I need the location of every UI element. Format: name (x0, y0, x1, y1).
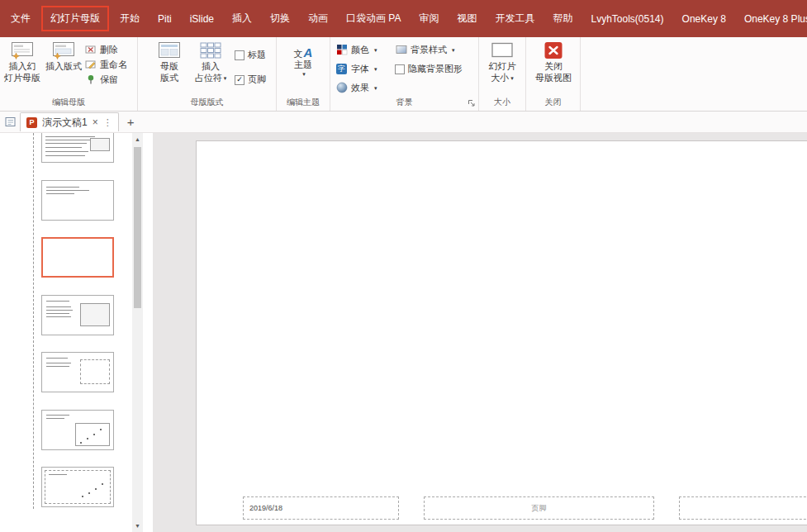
sketch-line (45, 147, 82, 148)
background-styles-icon (395, 44, 407, 55)
group-label-edit-theme: 编辑主题 (277, 97, 330, 108)
sketch-line (45, 143, 87, 144)
ribbon: 插入幻 灯片母版 插入版式 删除 (0, 37, 807, 112)
preserve-pin-icon (84, 74, 97, 85)
preserve-button[interactable]: 保留 (84, 73, 118, 86)
title-checkbox[interactable] (235, 50, 244, 60)
dropdown-arrow-icon: ▾ (374, 66, 377, 72)
sketch-line (46, 316, 71, 317)
fonts-icon-glyph: 字 (338, 64, 345, 74)
tab-piti[interactable]: Piti (149, 0, 181, 37)
slide-thumbnail-6[interactable] (41, 410, 114, 450)
button-label: 效果 (351, 82, 369, 94)
slide-canvas: 2019/6/18 页脚 (153, 133, 807, 532)
insert-layout-icon (52, 40, 75, 60)
sketch-placeholder-box (45, 470, 111, 504)
button-label: 插入幻 (9, 61, 36, 72)
insert-placeholder-icon (200, 40, 221, 60)
slide-thumbnail-4[interactable] (41, 295, 114, 335)
tab-pocket-animation[interactable]: 口袋动画 PA (337, 0, 410, 37)
slide-thumbnail-7[interactable] (41, 467, 114, 507)
themes-icon-glyph: A (304, 46, 313, 59)
checkbox-label: 页脚 (248, 74, 266, 86)
document-tabstrip: P 演示文稿1 × ⋮ + (0, 112, 807, 133)
slide-thumbnail-5[interactable] (41, 352, 114, 392)
tab-review[interactable]: 审阅 (410, 0, 448, 37)
tab-animations[interactable]: 动画 (299, 0, 337, 37)
ribbon-tab-bar: 文件 幻灯片母版 开始 Piti iSlide 插入 切换 动画 口袋动画 PA… (0, 0, 807, 37)
tab-insert[interactable]: 插入 (223, 0, 261, 37)
button-label: 幻灯片 (489, 61, 516, 72)
hide-background-graphics-row[interactable]: 隐藏背景图形 (395, 63, 463, 75)
slide-master-editing-area[interactable]: 2019/6/18 页脚 (196, 140, 807, 525)
tab-file[interactable]: 文件 (2, 0, 40, 37)
tab-slide-master[interactable]: 幻灯片母版 (41, 6, 109, 31)
insert-placeholder-button[interactable]: 插入 占位符 ▾ (190, 40, 231, 95)
document-icon[interactable] (2, 116, 17, 128)
button-label: 母版 (160, 61, 178, 72)
sketch-dot (87, 438, 88, 439)
tab-transitions[interactable]: 切换 (261, 0, 299, 37)
footer-checkbox-row[interactable]: ✓ 页脚 (235, 74, 266, 86)
sketch-line (46, 310, 73, 311)
delete-button[interactable]: 删除 (84, 43, 118, 56)
thumbnail-scrollbar[interactable]: ▲ ▼ (132, 133, 143, 532)
slide-thumbnail-1[interactable] (41, 133, 114, 163)
tab-islide[interactable]: iSlide (181, 0, 223, 37)
scrollbar-thumb[interactable] (134, 147, 141, 308)
layout-hierarchy-line (33, 133, 34, 509)
background-dialog-launcher[interactable] (467, 98, 477, 108)
tab-onekey8[interactable]: OneKey 8 (673, 0, 735, 37)
master-layout-button[interactable]: 母版 版式 (150, 40, 188, 95)
close-master-view-button[interactable]: 关闭 母版视图 (532, 40, 575, 95)
slide-number-placeholder[interactable] (679, 496, 807, 520)
insert-slide-master-icon (11, 40, 34, 60)
button-label: 背景样式 (411, 44, 447, 56)
rename-icon (84, 59, 97, 70)
hide-background-graphics-checkbox[interactable] (395, 64, 405, 74)
button-label: 关闭 (544, 61, 563, 72)
scroll-down-button[interactable]: ▼ (132, 520, 143, 532)
footer-placeholder[interactable]: 页脚 (424, 496, 654, 520)
tab-more-icon[interactable]: ⋮ (103, 118, 112, 127)
tab-home[interactable]: 开始 (111, 0, 149, 37)
document-tab-presentation1[interactable]: P 演示文稿1 × ⋮ (20, 112, 119, 131)
tab-developer[interactable]: 开发工具 (486, 0, 544, 37)
scroll-up-icon: ▲ (135, 136, 140, 142)
theme-colors-button[interactable]: 颜色 ▾ (335, 43, 377, 56)
date-placeholder[interactable]: 2019/6/18 (243, 496, 399, 520)
sketch-line (46, 363, 71, 363)
ribbon-group-background: 颜色 ▾ 字 字体 ▾ 效果 ▾ (330, 37, 479, 111)
scroll-up-button[interactable]: ▲ (132, 133, 143, 145)
tab-close-icon[interactable]: × (93, 117, 98, 127)
sketch-line (46, 187, 79, 188)
dropdown-arrow-icon: ▾ (452, 47, 455, 53)
slide-thumbnail-3-selected[interactable] (41, 237, 114, 278)
tab-lvyhtools[interactable]: LvyhTools(0514) (582, 0, 672, 37)
powerpoint-window: 文件 幻灯片母版 开始 Piti iSlide 插入 切换 动画 口袋动画 PA… (0, 0, 807, 532)
themes-button[interactable]: 文 A 主题 ▾ (283, 40, 323, 95)
checkbox-label: 标题 (248, 49, 266, 61)
button-label: 占位符 (195, 73, 222, 83)
master-layout-icon (158, 40, 181, 60)
insert-slide-master-button[interactable]: 插入幻 灯片母版 (2, 40, 43, 95)
themes-icon: 文 A (294, 40, 313, 59)
slide-size-button[interactable]: 幻灯片 大小 ▾ (482, 40, 522, 95)
tab-help[interactable]: 帮助 (544, 0, 582, 37)
background-styles-button[interactable]: 背景样式 ▾ (395, 43, 455, 56)
footer-checkbox[interactable]: ✓ (235, 75, 244, 85)
new-tab-button[interactable]: + (127, 116, 135, 128)
theme-effects-button[interactable]: 效果 ▾ (335, 81, 377, 94)
tab-onekey8-plus[interactable]: OneKey 8 Plus (735, 0, 807, 37)
rename-button[interactable]: 重命名 (84, 58, 127, 71)
sketch-line (46, 313, 69, 314)
theme-fonts-button[interactable]: 字 字体 ▾ (335, 62, 377, 75)
sketch-line (46, 190, 89, 191)
tab-view[interactable]: 视图 (448, 0, 486, 37)
insert-layout-button[interactable]: 插入版式 (44, 40, 83, 95)
fonts-icon: 字 (335, 63, 348, 74)
title-checkbox-row[interactable]: 标题 (235, 49, 266, 61)
powerpoint-file-icon: P (26, 117, 37, 128)
delete-icon (84, 44, 97, 55)
slide-thumbnail-2[interactable] (41, 180, 114, 221)
